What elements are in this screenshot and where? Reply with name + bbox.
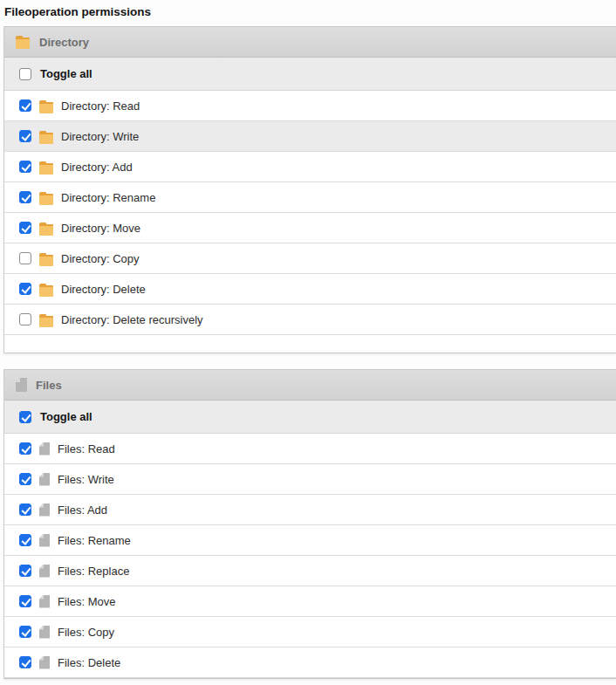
permission-label: Files: Write [58,473,114,486]
directory-section-header: Directory [4,26,616,58]
permission-label: Directory: Delete [61,283,146,296]
permission-label: Directory: Delete recursively [61,313,203,326]
permission-checkbox[interactable] [19,626,31,638]
permission-checkbox[interactable] [19,161,31,173]
permission-label: Directory: Add [61,161,133,174]
permission-row-files-read[interactable]: Files: Read [4,434,616,464]
permission-label: Files: Rename [58,534,131,547]
files-toggle-all-row[interactable]: Toggle all [4,401,616,434]
permission-checkbox[interactable] [19,130,31,142]
permission-row-files-replace[interactable]: Files: Replace [4,556,616,586]
folder-icon [39,192,53,203]
permission-row-directory-delete-recursively[interactable]: Directory: Delete recursively [4,305,616,335]
directory-toggle-all-checkbox[interactable] [19,68,31,80]
permission-row-directory-delete[interactable]: Directory: Delete [4,274,616,305]
permission-label: Directory: Read [61,99,140,113]
permission-row-files-rename[interactable]: Files: Rename [4,525,616,556]
folder-icon [39,253,53,264]
permission-checkbox[interactable] [19,313,31,325]
section-footer [4,335,616,353]
permission-checkbox[interactable] [19,534,31,546]
permission-checkbox[interactable] [19,283,31,295]
permission-checkbox[interactable] [19,222,31,234]
permission-row-directory-write[interactable]: Directory: Write [4,121,616,152]
folder-icon [39,223,53,234]
permission-row-files-write[interactable]: Files: Write [4,464,616,495]
permission-row-files-delete[interactable]: Files: Delete [4,647,616,678]
section-header-label: Directory [39,36,89,49]
file-icon [39,595,50,608]
directory-toggle-all-row[interactable]: Toggle all [4,58,616,91]
folder-icon [39,131,53,142]
folder-icon [16,36,31,48]
permission-checkbox[interactable] [19,252,31,264]
files-toggle-all-checkbox[interactable] [19,411,31,423]
permission-label: Files: Add [58,503,107,517]
file-icon [39,656,50,669]
permission-checkbox[interactable] [19,503,31,516]
file-icon [39,565,50,578]
permission-checkbox[interactable] [19,595,31,607]
files-section: Files Toggle all Files: Read Files: Writ… [3,369,616,679]
file-icon [39,503,50,517]
permission-label: Directory: Write [61,130,139,143]
permission-checkbox[interactable] [19,473,31,485]
permission-row-directory-read[interactable]: Directory: Read [4,91,616,121]
permission-label: Files: Replace [58,565,129,578]
file-icon [39,473,50,486]
permission-label: Directory: Rename [61,191,155,204]
folder-icon [39,284,53,295]
file-icon [39,534,50,547]
permission-checkbox[interactable] [19,442,31,455]
permission-row-files-add[interactable]: Files: Add [4,495,616,525]
permission-label: Files: Copy [58,626,114,639]
permission-row-files-copy[interactable]: Files: Copy [4,617,616,647]
page-title: Fileoperation permissions [3,5,616,18]
permission-row-directory-add[interactable]: Directory: Add [4,152,616,182]
folder-icon [39,161,53,173]
permission-row-directory-rename[interactable]: Directory: Rename [4,182,616,213]
toggle-all-label: Toggle all [40,67,92,80]
folder-icon [39,314,53,325]
permission-checkbox[interactable] [19,565,31,577]
file-icon [16,378,27,392]
permission-checkbox[interactable] [19,191,31,203]
folder-icon [39,100,53,112]
permission-label: Files: Read [58,442,115,456]
section-header-label: Files [36,379,62,392]
permission-label: Files: Move [58,595,115,608]
file-icon [39,442,50,456]
permission-checkbox[interactable] [19,656,31,668]
permission-checkbox[interactable] [19,99,31,112]
permission-label: Directory: Copy [61,252,140,265]
toggle-all-label: Toggle all [40,410,92,423]
file-icon [39,626,50,639]
permission-row-directory-copy[interactable]: Directory: Copy [4,243,616,274]
permission-label: Directory: Move [61,222,140,235]
directory-section: Directory Toggle all Directory: Read Dir… [3,26,616,353]
permission-row-files-move[interactable]: Files: Move [4,586,616,617]
permission-label: Files: Delete [58,656,120,669]
permission-row-directory-move[interactable]: Directory: Move [4,213,616,243]
fileoperation-permissions-panel: Fileoperation permissions Directory Togg… [0,0,616,679]
files-section-header: Files [4,369,616,401]
